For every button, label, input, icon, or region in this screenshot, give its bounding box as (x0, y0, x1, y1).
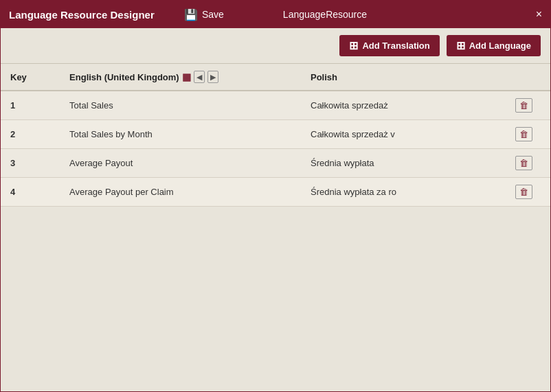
cell-english: Average Payout (60, 149, 301, 178)
cell-english: Total Sales (60, 91, 301, 120)
table-row: 4Average Payout per ClaimŚrednia wypłata… (1, 178, 550, 207)
cell-polish: Średnia wypłata (301, 149, 498, 178)
cell-polish: Całkowita sprzedaż (301, 91, 498, 120)
cell-action: 🗑 (498, 149, 550, 178)
cell-key: 4 (1, 178, 60, 207)
cell-polish: Średnia wypłata za ro (301, 178, 498, 207)
cell-key: 1 (1, 91, 60, 120)
cell-english: Total Sales by Month (60, 120, 301, 149)
content-area: Key English (United Kingdom) ▦ ◀ ▶ Polis… (1, 64, 550, 391)
add-language-label: Add Language (469, 41, 531, 51)
save-button-label[interactable]: Save (202, 9, 224, 20)
table-body: 1Total SalesCałkowita sprzedaż🗑2Total Sa… (1, 91, 550, 207)
save-icon: 💾 (184, 8, 198, 21)
translation-table: Key English (United Kingdom) ▦ ◀ ▶ Polis… (1, 64, 550, 207)
cell-english: Average Payout per Claim (60, 178, 301, 207)
delete-row-button[interactable]: 🗑 (515, 185, 532, 199)
table-row: 3Average PayoutŚrednia wypłata🗑 (1, 149, 550, 178)
delete-row-button[interactable]: 🗑 (515, 98, 532, 113)
prev-column-button[interactable]: ◀ (194, 71, 205, 83)
col-action (498, 64, 550, 91)
table-row: 1Total SalesCałkowita sprzedaż🗑 (1, 91, 550, 120)
close-button[interactable]: × (536, 8, 542, 21)
titlebar-center: 💾 Save LanguageResource (184, 8, 367, 21)
columns-icon[interactable]: ▦ (182, 71, 191, 82)
titlebar-wrapper: Language Resource Designer 💾 Save Langua… (9, 8, 542, 21)
col-polish: Polish (301, 64, 498, 91)
table-row: 2Total Sales by MonthCałkowita sprzedaż … (1, 120, 550, 149)
delete-row-button[interactable]: 🗑 (515, 156, 532, 170)
cell-action: 🗑 (498, 178, 550, 207)
add-translation-button[interactable]: ⊞ Add Translation (339, 35, 439, 56)
next-column-button[interactable]: ▶ (207, 71, 218, 83)
cell-key: 2 (1, 120, 60, 149)
add-language-button[interactable]: ⊞ Add Language (447, 35, 541, 56)
col-key: Key (1, 64, 60, 91)
add-translation-label: Add Translation (362, 41, 429, 51)
cell-action: 🗑 (498, 91, 550, 120)
table-header: Key English (United Kingdom) ▦ ◀ ▶ Polis… (1, 64, 550, 91)
english-header: English (United Kingdom) ▦ ◀ ▶ (69, 71, 291, 83)
add-translation-icon: ⊞ (349, 39, 358, 52)
resource-name-label: LanguageResource (283, 9, 367, 20)
cell-polish: Całkowita sprzedaż v (301, 120, 498, 149)
cell-key: 3 (1, 149, 60, 178)
add-language-icon: ⊞ (456, 39, 465, 52)
titlebar: Language Resource Designer 💾 Save Langua… (1, 1, 550, 28)
header-row: Key English (United Kingdom) ▦ ◀ ▶ Polis… (1, 64, 550, 91)
delete-row-button[interactable]: 🗑 (515, 127, 532, 141)
col-english: English (United Kingdom) ▦ ◀ ▶ (60, 64, 301, 91)
cell-action: 🗑 (498, 120, 550, 149)
toolbar: ⊞ Add Translation ⊞ Add Language (1, 28, 550, 64)
window: Language Resource Designer 💾 Save Langua… (0, 0, 551, 392)
